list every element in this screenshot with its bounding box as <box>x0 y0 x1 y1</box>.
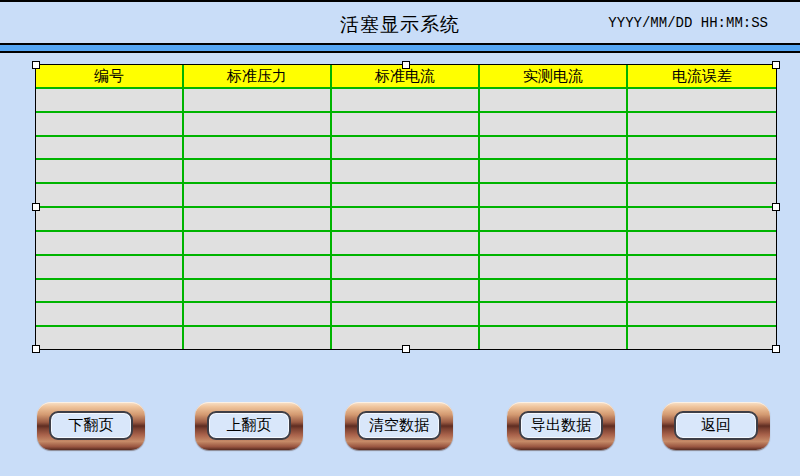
table-cell <box>480 160 628 182</box>
table-cell <box>184 256 332 278</box>
table-cell <box>184 208 332 230</box>
data-table: 编号 标准压力 标准电流 实测电流 电流误差 <box>35 64 777 350</box>
page-up-button-label: 上翻页 <box>207 411 291 440</box>
column-header-current-error: 电流误差 <box>628 65 776 87</box>
table-body <box>36 89 776 349</box>
table-cell <box>36 232 184 254</box>
table-cell <box>628 303 776 325</box>
table-row <box>36 137 776 161</box>
hmi-screen: 活塞显示系统 YYYY/MM/DD HH:MM:SS 编号 标准压力 标准电流 … <box>0 0 800 476</box>
clear-data-button[interactable]: 清空数据 <box>345 402 453 450</box>
table-cell <box>184 137 332 159</box>
table-cell <box>628 232 776 254</box>
column-header-number: 编号 <box>36 65 184 87</box>
table-cell <box>332 303 480 325</box>
table-cell <box>628 208 776 230</box>
table-cell <box>480 113 628 135</box>
selection-handle-middle-right[interactable] <box>772 203 780 211</box>
table-cell <box>480 184 628 206</box>
export-data-button[interactable]: 导出数据 <box>507 402 615 450</box>
table-cell <box>36 184 184 206</box>
table-cell <box>184 89 332 111</box>
table-cell <box>332 232 480 254</box>
table-cell <box>184 184 332 206</box>
table-cell <box>480 327 628 349</box>
table-cell <box>184 303 332 325</box>
table-row <box>36 280 776 304</box>
table-cell <box>480 137 628 159</box>
table-cell <box>332 184 480 206</box>
table-cell <box>36 327 184 349</box>
table-cell <box>184 280 332 302</box>
selection-handle-bottom-middle[interactable] <box>402 345 410 353</box>
table-cell <box>36 303 184 325</box>
table-cell <box>480 232 628 254</box>
selection-handle-top-left[interactable] <box>32 61 40 69</box>
table-row <box>36 208 776 232</box>
table-cell <box>36 280 184 302</box>
datetime-display: YYYY/MM/DD HH:MM:SS <box>608 15 768 31</box>
table-cell <box>628 89 776 111</box>
table-cell <box>332 160 480 182</box>
back-button[interactable]: 返回 <box>662 402 770 450</box>
table-cell <box>184 327 332 349</box>
table-cell <box>184 160 332 182</box>
table-cell <box>36 256 184 278</box>
table-cell <box>628 137 776 159</box>
table-cell <box>36 208 184 230</box>
page-down-button[interactable]: 下翻页 <box>37 402 145 450</box>
table-cell <box>36 137 184 159</box>
page-up-button[interactable]: 上翻页 <box>195 402 303 450</box>
back-button-label: 返回 <box>674 411 758 440</box>
table-cell <box>628 280 776 302</box>
table-cell <box>332 137 480 159</box>
export-data-button-label: 导出数据 <box>519 411 603 440</box>
column-header-standard-pressure: 标准压力 <box>184 65 332 87</box>
table-row <box>36 303 776 327</box>
clear-data-button-label: 清空数据 <box>357 411 441 440</box>
selection-handle-top-right[interactable] <box>772 61 780 69</box>
table-cell <box>332 208 480 230</box>
table-cell <box>36 113 184 135</box>
table-cell <box>480 256 628 278</box>
table-cell <box>628 256 776 278</box>
table-cell <box>480 280 628 302</box>
table-row <box>36 184 776 208</box>
selection-handle-bottom-right[interactable] <box>772 345 780 353</box>
table-row <box>36 89 776 113</box>
table-cell <box>332 113 480 135</box>
table-cell <box>184 113 332 135</box>
page-down-button-label: 下翻页 <box>49 411 133 440</box>
column-header-measured-current: 实测电流 <box>480 65 628 87</box>
table-cell <box>628 327 776 349</box>
table-cell <box>36 160 184 182</box>
table-row <box>36 256 776 280</box>
table-row <box>36 160 776 184</box>
table-cell <box>480 208 628 230</box>
selection-handle-middle-left[interactable] <box>32 203 40 211</box>
table-row <box>36 232 776 256</box>
table-cell <box>628 184 776 206</box>
table-cell <box>332 280 480 302</box>
table-cell <box>480 89 628 111</box>
table-cell <box>480 303 628 325</box>
selection-handle-top-middle[interactable] <box>402 61 410 69</box>
table-cell <box>628 160 776 182</box>
table-cell <box>332 89 480 111</box>
table-cell <box>332 256 480 278</box>
table-cell <box>184 232 332 254</box>
table-cell <box>628 113 776 135</box>
selection-handle-bottom-left[interactable] <box>32 345 40 353</box>
divider-stripe <box>0 43 800 53</box>
table-cell <box>36 89 184 111</box>
table-row <box>36 113 776 137</box>
